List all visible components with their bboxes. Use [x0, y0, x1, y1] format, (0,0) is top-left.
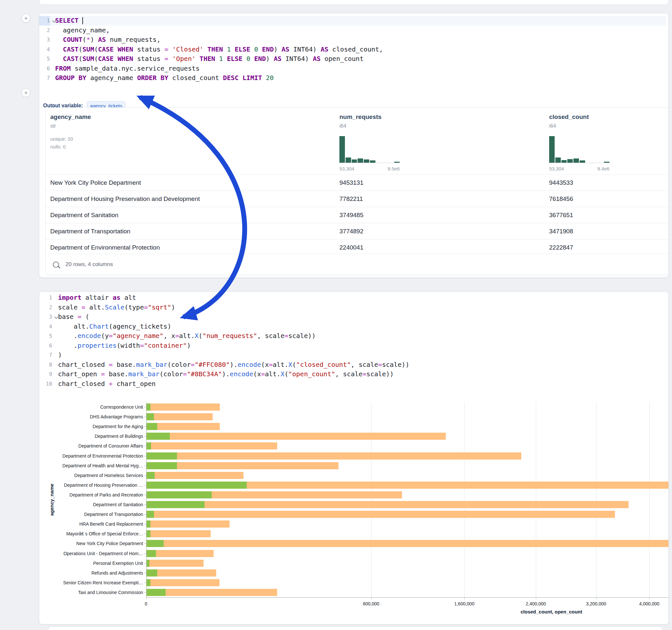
table-row: Department of Sanitation37494853677651: [46, 207, 669, 223]
x-axis-tick: [464, 597, 464, 599]
line-number: 5: [39, 54, 50, 64]
bar-open: [146, 560, 150, 567]
bar-open: [146, 442, 151, 450]
code-token: SUM: [82, 45, 94, 53]
x-axis-tick-label: 1,600,000: [454, 601, 474, 606]
code-token: [239, 74, 242, 82]
code-token: THEN: [200, 55, 215, 63]
python-cell: 1import altair as alt2scale = alt.Scale(…: [39, 291, 669, 625]
code-token: CASE: [98, 55, 114, 63]
add-cell-button[interactable]: +: [21, 14, 30, 23]
column-name: num_requests: [339, 107, 400, 121]
code-token: [157, 74, 161, 82]
altair-chart: Correspondence UnitDHS Advantage Program…: [39, 292, 668, 624]
bar-open: [146, 404, 150, 411]
sql-editor[interactable]: 1SELECT 2 agency_name,3 COUNT(*) AS num_…: [39, 16, 667, 83]
code-token: THEN: [208, 45, 223, 53]
line-number: 2: [39, 26, 50, 35]
previous-cell-edge: [39, 0, 669, 5]
bar-open: [146, 550, 156, 557]
code-token: closed_count: [168, 74, 223, 82]
bar-open: [146, 570, 158, 577]
code-token: (: [78, 55, 82, 63]
code-line[interactable]: 1SELECT: [39, 16, 667, 26]
code-token: [270, 55, 273, 63]
results-table[interactable]: agency_name str unique: 20 nulls: 0 num_…: [45, 107, 669, 275]
gridline: [649, 402, 650, 597]
column-name: agency_name: [50, 107, 186, 121]
code-token: [203, 45, 208, 53]
table-row: Department of Housing Preservation and D…: [46, 191, 669, 207]
y-axis-label: Department of Parks and Recreation: [43, 492, 143, 498]
code-token: open_count: [320, 55, 363, 63]
x-axis-tick-label: 4,000,000: [639, 601, 659, 606]
code-token: FROM: [55, 65, 71, 72]
code-token: [168, 45, 172, 53]
code-line[interactable]: 6FROM sample_data.nyc.service_requests: [39, 64, 667, 74]
code-token: INT64): [289, 45, 317, 53]
code-token: (: [94, 55, 98, 63]
histogram: [339, 136, 400, 163]
y-axis-label: Department of Sanitation: [43, 502, 143, 507]
code-token: [168, 55, 172, 63]
table-cell: 3677651: [549, 207, 573, 223]
add-cell-button[interactable]: +: [21, 88, 30, 97]
notebook-page: + + 1SELECT 2 agency_name,3 COUNT(*) AS …: [0, 0, 672, 630]
code-token: status: [133, 55, 164, 63]
search-icon[interactable]: [53, 262, 59, 268]
column-header-num-requests[interactable]: num_requests i64 53,304 9.5e6: [339, 107, 400, 174]
code-line[interactable]: 5 CAST(SUM(CASE WHEN status = 'Open' THE…: [39, 54, 667, 64]
code-token: AS: [273, 55, 281, 63]
table-cell: 2240041: [339, 240, 363, 256]
code-token: END: [254, 55, 266, 63]
code-token: agency_name,: [55, 26, 110, 34]
code-line[interactable]: 3 COUNT(*) AS num_requests,: [39, 35, 667, 45]
code-token: (: [82, 35, 86, 43]
table-cell: New York City Police Department: [50, 175, 141, 191]
code-token: [231, 45, 235, 53]
code-token: [55, 45, 63, 53]
code-token: ELSE: [227, 55, 242, 63]
table-cell: 9443533: [549, 175, 573, 191]
code-token: closed_count,: [328, 45, 383, 53]
code-token: sample_data.nyc.service_requests: [71, 65, 199, 72]
histogram-bar: [567, 159, 573, 163]
line-number: 7: [39, 73, 50, 83]
bar-open: [146, 462, 177, 469]
column-header-agency-name[interactable]: agency_name str unique: 20 nulls: 0: [50, 107, 186, 174]
code-line[interactable]: 4 CAST(SUM(CASE WHEN status = 'Closed' T…: [39, 45, 667, 54]
column-meta-nulls: nulls: 0: [50, 144, 66, 149]
code-token: BY: [78, 74, 86, 82]
code-token: DESC: [223, 74, 239, 82]
x-axis-tick-label: 2,400,000: [526, 601, 546, 606]
code-line[interactable]: 2 agency_name,: [39, 26, 667, 35]
table-header: agency_name str unique: 20 nulls: 0 num_…: [46, 107, 669, 174]
bar-closed: [146, 550, 214, 557]
code-token: LIMIT: [242, 74, 262, 82]
code-token: [196, 55, 200, 63]
x-axis-tick: [596, 597, 597, 599]
histogram-bar: [604, 162, 609, 163]
bar-closed: [146, 530, 211, 537]
bar-open: [146, 413, 154, 420]
code-token: [114, 55, 118, 63]
code-token: SUM: [82, 55, 94, 63]
code-line[interactable]: 7GROUP BY agency_name ORDER BY closed_co…: [39, 73, 667, 83]
code-token: WHEN: [118, 45, 133, 53]
code-token: [223, 55, 227, 63]
x-axis-tick-label: 0: [145, 601, 147, 606]
table-cell: 3774892: [339, 223, 363, 239]
bar-closed: [146, 589, 278, 596]
histogram-bar: [561, 160, 567, 163]
y-axis-label: Senior Citizen Rent Increase Exempti…: [43, 580, 143, 585]
y-axis-title: agency_name: [49, 484, 54, 516]
y-axis-label: DHS Advantage Programs: [43, 414, 143, 419]
column-header-closed-count[interactable]: closed_count i64 53,304 9.4e6: [549, 107, 609, 174]
table-row: Department of Environmental Protection22…: [46, 239, 669, 256]
y-axis-label: Operations Unit - Department of Hom…: [43, 551, 143, 556]
code-token: ELSE: [235, 45, 250, 53]
x-axis-tick: [371, 597, 371, 599]
histogram: [549, 136, 609, 163]
bar-open: [146, 433, 170, 440]
code-token: ): [273, 45, 278, 53]
